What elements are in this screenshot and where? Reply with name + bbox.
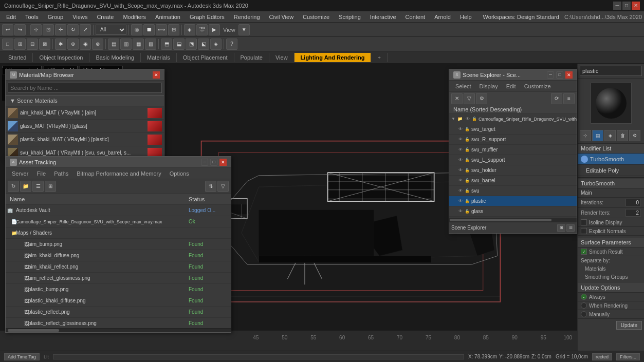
asset-menu-paths[interactable]: Paths: [50, 169, 72, 178]
view-select-button[interactable]: ▼: [238, 24, 250, 35]
se-scroll-thumb[interactable]: [450, 219, 551, 221]
tab-object-placement[interactable]: Object Placement: [177, 53, 234, 62]
se-row-svu[interactable]: 👁 🔒 svu: [449, 186, 577, 196]
tb2-btn4[interactable]: ⊠: [39, 39, 50, 50]
tb2-layer3[interactable]: ▦: [133, 39, 144, 50]
se-settings-btn[interactable]: ⚙: [476, 93, 487, 104]
selected-label-btn[interactable]: rected: [592, 353, 612, 360]
when-rendering-radio[interactable]: [581, 302, 587, 309]
menu-item-graph-editors[interactable]: Graph Editors: [186, 13, 229, 21]
menu-item-animation[interactable]: Animation: [151, 13, 185, 21]
explicit-normals-checkbox[interactable]: [581, 228, 587, 234]
smooth-result-checkbox[interactable]: ✓: [581, 249, 587, 255]
asset-row-main-file[interactable]: 📄 Camouflage_Sniper_Rifle_Dragunov_SVU_w…: [6, 216, 231, 227]
se-bottom-btn2[interactable]: ☰: [566, 224, 575, 232]
tb2-btn1[interactable]: □: [2, 39, 13, 50]
tb2-help[interactable]: ?: [226, 39, 237, 50]
se-menu-select[interactable]: Select: [451, 82, 475, 90]
view-btn[interactable]: ◎: [131, 24, 142, 35]
se-row-svu-r-support[interactable]: 👁 🔒 svu_R_support: [449, 135, 577, 145]
menu-item-scripting[interactable]: Scripting: [335, 13, 365, 21]
rp-tb-active[interactable]: ▤: [592, 130, 603, 141]
tab-basic-modeling[interactable]: Basic Modeling: [89, 53, 141, 62]
tb2-layer1[interactable]: ▤: [108, 39, 119, 50]
tb2-btn5[interactable]: ✱: [55, 39, 66, 50]
se-hscrollbar[interactable]: [449, 218, 577, 222]
render-setup-button[interactable]: 🎬: [196, 24, 208, 35]
tab-populate[interactable]: Populate: [234, 53, 269, 62]
material-browser-close[interactable]: ✕: [153, 71, 160, 79]
material-item-aim[interactable]: aim_khaki_MAT ( VRayMtl ) [aim]: [6, 106, 164, 120]
tb2-btn3[interactable]: ⊟: [27, 39, 38, 50]
menu-item-rendering[interactable]: Rendering: [230, 13, 264, 21]
undo-button[interactable]: ↩: [2, 24, 13, 35]
material-item-glass[interactable]: glass_MAT (VRayMtl ) [glass]: [6, 120, 164, 133]
se-menu-customize[interactable]: Customize: [520, 82, 555, 90]
asset-tb-list[interactable]: ☰: [32, 181, 44, 192]
editable-poly-modifier[interactable]: Editable Poly: [578, 165, 644, 176]
turbosmooth-modifier[interactable]: TurboSmooth: [578, 154, 644, 165]
mirror-button[interactable]: ⟺: [156, 24, 167, 35]
se-minimize-btn[interactable]: ─: [547, 71, 554, 79]
se-row-svu-target[interactable]: 👁 🔒 svu_target: [449, 124, 577, 135]
menu-item-group[interactable]: Group: [44, 13, 68, 21]
tb2-btn6[interactable]: ⊕: [67, 39, 79, 50]
menu-item-customize[interactable]: Customize: [299, 13, 334, 21]
asset-scrollbar[interactable]: [6, 328, 231, 332]
material-item-plastic[interactable]: plastic_khaki_MAT ( VRayMtl ) [plastic]: [6, 133, 164, 146]
menu-item-tools[interactable]: Tools: [21, 13, 43, 21]
asset-menu-bitmap[interactable]: Bitmap Performance and Memory: [72, 169, 165, 178]
timeline-scrubber[interactable]: [53, 354, 464, 359]
asset-tb-sort[interactable]: ⇅: [205, 181, 216, 192]
tab-object-inspection[interactable]: Object Inspection: [33, 53, 89, 62]
scale-button[interactable]: ⤢: [80, 24, 91, 35]
render-button[interactable]: ▶: [209, 24, 220, 35]
menu-item-help[interactable]: Help: [456, 13, 476, 21]
asset-tracking-close[interactable]: ✕: [219, 159, 227, 166]
se-menu-edit[interactable]: Edit: [502, 82, 520, 90]
se-clear-btn[interactable]: ✕: [451, 93, 463, 104]
asset-row-maps-folder[interactable]: 📁 Maps / Shaders: [6, 227, 231, 239]
tb2-layer4[interactable]: ▧: [145, 39, 156, 50]
tb2-btn8[interactable]: ⊗: [92, 39, 103, 50]
se-row-glass[interactable]: 👁 🔒 glass: [449, 206, 577, 217]
redo-button[interactable]: ↪: [14, 24, 26, 35]
menu-item-edit[interactable]: Edit: [2, 13, 20, 21]
asset-menu-options[interactable]: Options: [165, 169, 193, 178]
tab-started[interactable]: Started: [2, 53, 33, 62]
asset-row-aim-gloss[interactable]: 🖼 aim_reflect_glossiness.png Found: [6, 273, 231, 284]
tb2-render5[interactable]: ◈: [210, 39, 222, 50]
asset-menu-file[interactable]: File: [32, 169, 50, 178]
rotate-button[interactable]: ↻: [67, 24, 79, 35]
add-time-tag-button[interactable]: Add Time Tag: [4, 353, 40, 360]
tb2-btn2[interactable]: ⊞: [14, 39, 26, 50]
snap-button[interactable]: 🔲: [143, 24, 155, 35]
menu-item-content[interactable]: Content: [401, 13, 430, 21]
se-row-root[interactable]: ▼ 📁 👁 🔒 Camouflage_Sniper_Rifle_Dragunov…: [449, 114, 577, 124]
asset-tb-filter[interactable]: ▽: [217, 181, 229, 192]
close-button[interactable]: ✕: [632, 2, 640, 10]
tab-lighting-rendering[interactable]: Lighting And Rendering: [295, 53, 372, 62]
asset-tb-grid[interactable]: ⊞: [45, 181, 56, 192]
filters-button[interactable]: Filters...: [616, 353, 640, 360]
modifier-search-input[interactable]: [580, 66, 642, 76]
se-options-btn[interactable]: ≡: [563, 93, 575, 104]
tab-materials[interactable]: Materials: [141, 53, 177, 62]
asset-scroll-thumb[interactable]: [8, 329, 59, 332]
align-button[interactable]: ⊟: [168, 24, 179, 35]
menu-item-create[interactable]: Create: [93, 13, 118, 21]
render-iters-input[interactable]: [625, 209, 641, 217]
scene-explorer-close[interactable]: ✕: [565, 71, 573, 79]
asset-row-aim-bump[interactable]: 🖼 aim_bump.png Found: [6, 239, 231, 250]
iterations-input[interactable]: [625, 199, 641, 206]
asset-restore-btn[interactable]: □: [210, 159, 217, 166]
se-row-svu-l-support[interactable]: 👁 🔒 svu_L_support: [449, 155, 577, 165]
asset-menu-server[interactable]: Server: [8, 169, 32, 178]
rp-tb-envelope[interactable]: ◈: [604, 130, 616, 141]
menu-item-modifiers[interactable]: Modifiers: [119, 13, 150, 21]
se-filter-btn[interactable]: ▽: [464, 93, 475, 104]
se-row-svu-holder[interactable]: 👁 🔒 svu_holder: [449, 165, 577, 176]
asset-row-plastic-reflect[interactable]: 🖼 plastic_reflect.png Found: [6, 307, 231, 318]
se-bottom-btn1[interactable]: ⊞: [557, 224, 565, 232]
tab-view[interactable]: View: [269, 53, 295, 62]
